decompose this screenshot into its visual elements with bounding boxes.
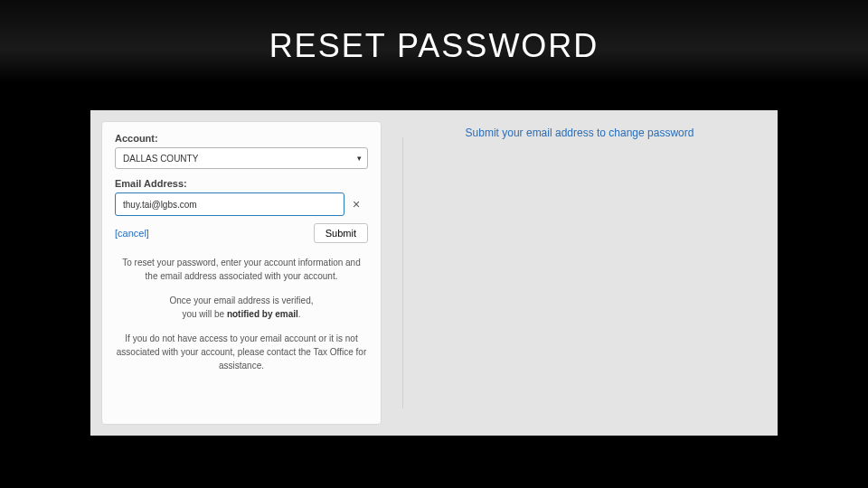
email-input-value: thuy.tai@lgbs.com (123, 200, 197, 210)
help-text-1: To reset your password, enter your accou… (115, 256, 368, 283)
vertical-divider (402, 137, 403, 408)
email-input-row: thuy.tai@lgbs.com × (115, 192, 368, 216)
account-selected-value: DALLAS COUNTY (123, 154, 198, 164)
content-wrapper: Account: DALLAS COUNTY ▾ Email Address: … (90, 110, 778, 436)
chevron-down-icon: ▾ (357, 154, 362, 163)
form-actions: [cancel] Submit (115, 223, 368, 243)
help-text-2: Once your email address is verified, you… (115, 294, 368, 321)
page-title: RESET PASSWORD (0, 27, 868, 65)
help-text-2a: Once your email address is verified, (170, 296, 314, 305)
account-label: Account: (115, 133, 368, 144)
change-password-link[interactable]: Submit your email address to change pass… (400, 127, 760, 139)
close-icon: × (353, 197, 360, 211)
submit-button[interactable]: Submit (314, 223, 368, 243)
email-input[interactable]: thuy.tai@lgbs.com (115, 192, 344, 216)
right-panel: Submit your email address to change pass… (382, 110, 778, 436)
email-label: Email Address: (115, 178, 368, 189)
help-text-2b-bold: notified by email (227, 309, 298, 319)
account-select[interactable]: DALLAS COUNTY ▾ (115, 147, 368, 169)
help-text-3: If you do not have access to your email … (115, 332, 368, 372)
help-text-2b-prefix: you will be (182, 309, 226, 319)
help-text-2b-suffix: . (298, 309, 301, 319)
clear-input-button[interactable]: × (344, 192, 368, 216)
slide-header: RESET PASSWORD (0, 0, 868, 83)
reset-form-panel: Account: DALLAS COUNTY ▾ Email Address: … (101, 121, 382, 425)
cancel-link[interactable]: [cancel] (115, 228, 149, 239)
